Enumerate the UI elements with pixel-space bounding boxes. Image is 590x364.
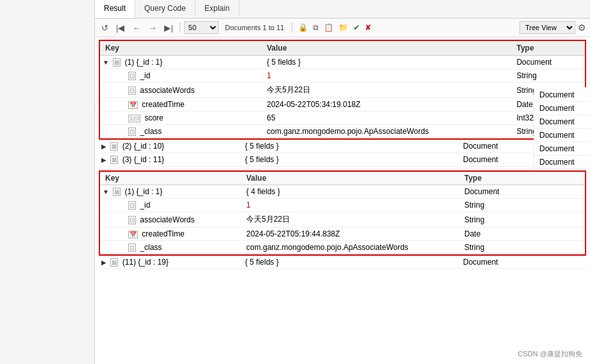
collapse-arrow[interactable]: ▼ bbox=[103, 188, 109, 195]
table-row[interactable]: ▶ ⊠ (2) {_id : 10} { 5 fields } Document bbox=[99, 140, 586, 153]
middle-table: ▶ ⊠ (2) {_id : 10} { 5 fields } Document… bbox=[99, 140, 586, 167]
table-row[interactable]: 📅 createdTime 2024-05-22T05:19:44.838Z D… bbox=[100, 228, 585, 241]
row-key: associateWords bbox=[140, 215, 194, 224]
top-result-table: Key Value Type ▼ ⊠ (1) {_id : 1} { 5 fie… bbox=[100, 41, 585, 138]
table-row[interactable]: ⊡ _id 1 String bbox=[100, 199, 585, 212]
row-value: 65 bbox=[262, 112, 511, 125]
bottom-result-table: Key Value Type ▼ ⊠ (1) {_id : 1} { 4 fie… bbox=[100, 172, 585, 254]
table-row[interactable]: ▼ ⊠ (1) {_id : 1} { 4 fields } Document bbox=[100, 185, 585, 199]
row-value: { 5 fields } bbox=[240, 153, 458, 167]
right-type-column: Document Document Document Document Docu… bbox=[534, 87, 590, 183]
value-column-header: Value bbox=[262, 41, 511, 56]
field-icon: ⊡ bbox=[128, 87, 136, 95]
import-icon-btn[interactable]: 📁 bbox=[337, 22, 350, 33]
middle-rows: ▶ ⊠ (2) {_id : 10} { 5 fields } Document… bbox=[99, 140, 586, 167]
row-value: com.ganz.mongodemo.pojo.ApAssociateWords bbox=[241, 241, 459, 254]
expand-arrow[interactable]: ▶ bbox=[101, 156, 106, 163]
row-key: (2) {_id : 10} bbox=[122, 142, 164, 151]
sidebar bbox=[0, 0, 95, 364]
table-row[interactable]: 📅 createdTime 2024-05-22T05:34:19.018Z D… bbox=[100, 98, 585, 112]
row-key: _class bbox=[140, 127, 162, 136]
row-key: _id bbox=[140, 201, 150, 210]
row-value: { 5 fields } bbox=[240, 256, 458, 269]
row-key: (1) {_id : 1} bbox=[125, 187, 163, 196]
type-item: Document bbox=[534, 142, 590, 156]
row-key: score bbox=[144, 113, 163, 122]
row-type: String bbox=[459, 199, 585, 212]
page-size-select[interactable]: 50 100 200 bbox=[184, 21, 219, 34]
row-key: createdTime bbox=[142, 100, 184, 109]
main-panel: Result Query Code Explain ↺ |◀ ← → ▶| 50… bbox=[95, 0, 590, 364]
type-item: Document bbox=[534, 102, 590, 115]
table-row[interactable]: ▶ ⊠ (11) {_id : 19} { 5 fields } Documen… bbox=[99, 256, 586, 269]
tab-explain[interactable]: Explain bbox=[196, 0, 239, 18]
date-icon: 📅 bbox=[128, 231, 138, 238]
row-type: Date bbox=[459, 228, 585, 241]
field-icon: ⊡ bbox=[128, 216, 136, 224]
nav-next-button[interactable]: → bbox=[146, 22, 159, 34]
row-key: _id bbox=[140, 71, 150, 80]
separator-1 bbox=[180, 22, 180, 33]
table-row[interactable]: ⊡ _class com.ganz.mongodemo.pojo.ApAssoc… bbox=[100, 125, 585, 138]
settings-gear-button[interactable]: ⚙ bbox=[578, 22, 586, 33]
nav-start-button[interactable]: |◀ bbox=[114, 22, 127, 34]
table-row[interactable]: ⊡ associateWords 今天5月22日 String bbox=[100, 83, 585, 98]
row-value: 2024-05-22T05:34:19.018Z bbox=[262, 98, 511, 112]
row-key: associateWords bbox=[140, 86, 194, 95]
check-icon-btn[interactable]: ✔ bbox=[351, 22, 362, 33]
view-select[interactable]: Tree View Table View JSON View bbox=[519, 21, 575, 34]
tabs-bar: Result Query Code Explain bbox=[95, 0, 590, 19]
lock-icon-btn[interactable]: 🔒 bbox=[296, 22, 310, 33]
table-row[interactable]: ▶ ⊠ (3) {_id : 11} { 5 fields } Document bbox=[99, 153, 586, 167]
doc-icon: ⊠ bbox=[110, 258, 118, 267]
date-icon: 📅 bbox=[128, 101, 138, 109]
field-icon: ⊡ bbox=[128, 201, 136, 210]
row-key: (11) {_id : 19} bbox=[122, 258, 169, 267]
row-value: { 4 fields } bbox=[241, 185, 459, 199]
row-type: String bbox=[511, 69, 585, 83]
int-icon: 123 bbox=[128, 115, 140, 122]
doc-icon: ⊠ bbox=[113, 58, 121, 67]
watermark: CSDN @康提扣狗免 bbox=[518, 349, 582, 359]
toolbar: ↺ |◀ ← → ▶| 50 100 200 Documents 1 to 11… bbox=[95, 19, 590, 37]
copy-icon-btn[interactable]: ⧉ bbox=[311, 22, 321, 33]
row-type: Document bbox=[511, 56, 585, 69]
table-row[interactable]: ⊡ _class com.ganz.mongodemo.pojo.ApAssoc… bbox=[100, 241, 585, 254]
table-row[interactable]: ▼ ⊠ (1) {_id : 1} { 5 fields } Document bbox=[100, 56, 585, 69]
table-row[interactable]: 123 score 65 Int32 bbox=[100, 112, 585, 125]
row-type: Document bbox=[458, 256, 586, 269]
row-value: { 5 fields } bbox=[240, 140, 458, 153]
nav-prev-button[interactable]: ← bbox=[130, 22, 143, 34]
docs-info: Documents 1 to 11 bbox=[225, 24, 284, 31]
field-icon: ⊡ bbox=[128, 244, 136, 252]
type-item: Document bbox=[534, 88, 590, 102]
row-value: 1 bbox=[241, 199, 459, 212]
type-col-header: Type bbox=[459, 172, 585, 185]
tab-query-code[interactable]: Query Code bbox=[135, 0, 196, 18]
row-key: (1) {_id : 1} bbox=[125, 58, 163, 67]
expand-arrow[interactable]: ▶ bbox=[101, 259, 106, 266]
table-row[interactable]: ⊡ associateWords 今天5月22日 String bbox=[100, 212, 585, 228]
row-value: { 5 fields } bbox=[262, 56, 511, 69]
row-value: 2024-05-22T05:19:44.838Z bbox=[241, 228, 459, 241]
table-row[interactable]: ⊡ _id 1 String bbox=[100, 69, 585, 83]
doc-icon: ⊠ bbox=[113, 188, 121, 196]
expand-arrow[interactable]: ▶ bbox=[101, 143, 106, 150]
column-header-row: Key Value Type bbox=[100, 172, 585, 185]
results-area[interactable]: Key Value Type ▼ ⊠ (1) {_id : 1} { 5 fie… bbox=[95, 37, 590, 364]
type-item: Document bbox=[534, 115, 590, 129]
type-item: Document bbox=[534, 156, 590, 169]
tab-result[interactable]: Result bbox=[95, 0, 135, 18]
row-type: String bbox=[459, 212, 585, 228]
key-column-header: Key bbox=[100, 41, 262, 56]
refresh-button[interactable]: ↺ bbox=[99, 22, 111, 34]
key-col-header: Key bbox=[100, 172, 241, 185]
collapse-arrow[interactable]: ▼ bbox=[103, 59, 109, 66]
export-icon-btn[interactable]: 📋 bbox=[322, 22, 335, 33]
row-key: (3) {_id : 11} bbox=[122, 155, 164, 164]
row-value: com.ganz.mongodemo.pojo.ApAssociateWords bbox=[262, 125, 511, 138]
row-value: 今天5月22日 bbox=[262, 83, 511, 98]
last-row-table: ▶ ⊠ (11) {_id : 19} { 5 fields } Documen… bbox=[99, 256, 586, 269]
nav-end-button[interactable]: ▶| bbox=[162, 22, 175, 34]
delete-icon-btn[interactable]: ✘ bbox=[363, 22, 373, 33]
